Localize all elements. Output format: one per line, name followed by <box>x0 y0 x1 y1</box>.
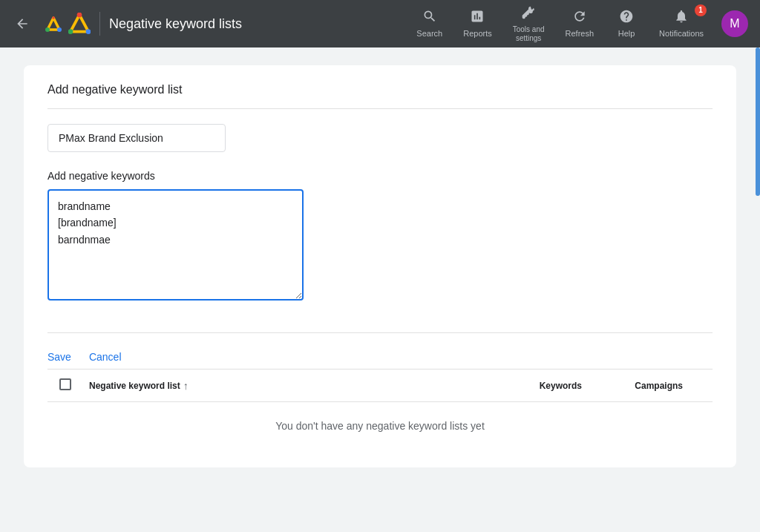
top-navigation: Negative keyword lists Search Reports <box>0 0 760 47</box>
tools-icon <box>521 5 536 24</box>
reports-nav-item[interactable]: Reports <box>454 3 501 45</box>
notifications-badge: 1 <box>695 4 707 16</box>
table-empty-message: You don't have any negative keyword list… <box>48 402 712 450</box>
google-ads-logo <box>42 12 65 36</box>
refresh-nav-label: Refresh <box>566 29 594 39</box>
action-buttons: Save Cancel <box>48 332 712 369</box>
add-keywords-label: Add negative keywords <box>48 170 712 182</box>
main-content: Add negative keyword list Add negative k… <box>0 47 760 532</box>
nav-left: Negative keyword lists <box>12 12 407 36</box>
list-name-input[interactable] <box>48 124 226 152</box>
tools-nav-label: Tools andsettings <box>513 25 545 43</box>
reports-nav-label: Reports <box>463 29 492 39</box>
scrollbar[interactable] <box>756 47 760 196</box>
sort-icon[interactable]: ↑ <box>183 380 189 392</box>
keywords-textarea[interactable]: brandname [brandname] barndnmae <box>48 189 304 301</box>
notifications-nav-item[interactable]: 1 Notifications <box>650 3 712 45</box>
nav-divider <box>99 12 100 36</box>
form-card: Add negative keyword list Add negative k… <box>24 65 736 467</box>
refresh-icon <box>572 9 587 27</box>
refresh-nav-item[interactable]: Refresh <box>557 3 603 45</box>
nav-right: Search Reports Tools andsettings <box>407 0 748 49</box>
table-col-campaigns: Campaigns <box>582 381 701 391</box>
notifications-label: Notifications <box>659 29 704 39</box>
col-keywords-label: Keywords <box>540 381 582 391</box>
table-checkbox-header <box>59 378 89 393</box>
svg-point-3 <box>57 27 62 32</box>
save-button[interactable]: Save <box>48 345 71 369</box>
search-nav-item[interactable]: Search <box>407 3 451 45</box>
svg-marker-1 <box>48 18 59 30</box>
table-col-keywords: Keywords <box>448 381 582 391</box>
reports-icon <box>470 9 485 27</box>
svg-point-2 <box>45 27 50 32</box>
avatar[interactable]: M <box>721 10 748 37</box>
logo-icon <box>68 13 91 35</box>
cancel-button[interactable]: Cancel <box>89 345 122 369</box>
back-button[interactable] <box>12 13 33 34</box>
search-icon <box>422 9 437 27</box>
page-title: Negative keyword lists <box>109 16 242 32</box>
notifications-icon <box>674 9 689 27</box>
form-divider <box>48 108 712 109</box>
col-name-label: Negative keyword list <box>89 381 180 391</box>
help-icon <box>619 9 634 27</box>
table-col-name: Negative keyword list ↑ <box>89 380 448 392</box>
svg-point-0 <box>42 12 65 36</box>
table-header: Negative keyword list ↑ Keywords Campaig… <box>48 369 712 402</box>
header-checkbox[interactable] <box>59 378 71 390</box>
col-campaigns-label: Campaigns <box>635 381 683 391</box>
help-nav-label: Help <box>618 29 635 39</box>
help-nav-item[interactable]: Help <box>606 3 647 45</box>
form-title: Add negative keyword list <box>48 83 712 96</box>
search-nav-label: Search <box>416 29 442 39</box>
tools-nav-item[interactable]: Tools andsettings <box>504 0 554 49</box>
